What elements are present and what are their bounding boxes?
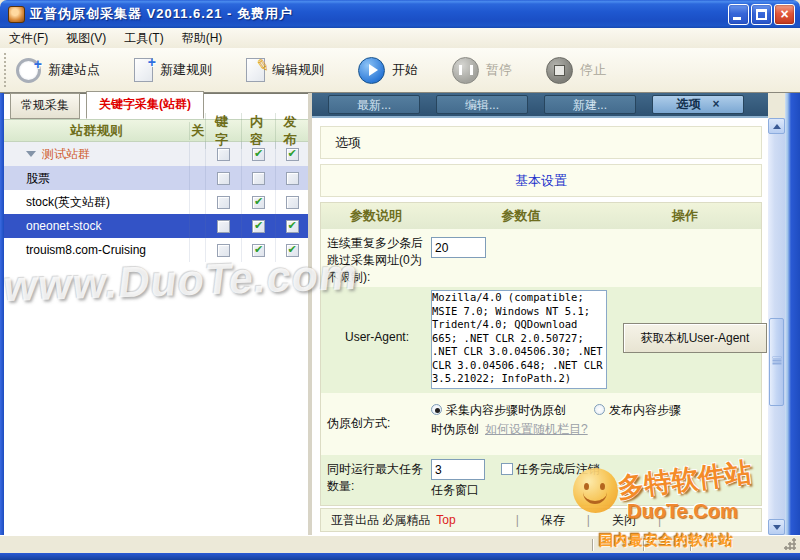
content-checkbox[interactable] bbox=[252, 148, 265, 161]
header-param-desc: 参数说明 bbox=[321, 207, 431, 225]
user-agent-label: User-Agent: bbox=[321, 287, 431, 393]
grid-row-stocks[interactable]: 股票 bbox=[4, 166, 308, 190]
options-content: 选项 基本设置 参数说明 参数值 操作 连续重复多少条后跳过采集网址(0为不限制… bbox=[312, 118, 768, 533]
start-button[interactable]: 开始 bbox=[358, 57, 418, 84]
page-title: 选项 bbox=[320, 126, 762, 159]
vertical-scrollbar[interactable] bbox=[768, 118, 785, 535]
keyword-checkbox[interactable] bbox=[217, 244, 230, 257]
radio-collect-step[interactable] bbox=[431, 404, 442, 415]
tab-edit[interactable]: 编辑... bbox=[436, 95, 528, 114]
edit-rule-icon: ✎ bbox=[246, 58, 265, 82]
close-button[interactable]: × bbox=[774, 4, 795, 25]
grid-header-kw1: 关 bbox=[189, 122, 205, 140]
window-border-bottom bbox=[0, 553, 800, 560]
edit-rule-button[interactable]: ✎ 编辑规则 bbox=[246, 58, 324, 82]
new-site-icon: + bbox=[16, 58, 41, 83]
menu-file[interactable]: 文件(F) bbox=[9, 30, 48, 47]
scroll-up-icon[interactable] bbox=[768, 118, 785, 134]
user-agent-textarea[interactable]: Mozilla/4.0 (compatible; MSIE 7.0; Windo… bbox=[431, 290, 607, 389]
header-operation: 操作 bbox=[611, 207, 759, 225]
content-checkbox[interactable] bbox=[252, 172, 265, 185]
maximize-button[interactable] bbox=[751, 4, 772, 25]
publish-checkbox[interactable] bbox=[286, 244, 299, 257]
row-pseudo-original: 伪原创方式: 采集内容步骤时伪原创发布内容步骤时伪原创如何设置随机栏目? bbox=[321, 393, 761, 455]
parameter-table: 参数说明 参数值 操作 连续重复多少条后跳过采集网址(0为不限制): User-… bbox=[320, 202, 762, 506]
publish-checkbox[interactable] bbox=[286, 172, 299, 185]
grid-header-rules: 站群规则 bbox=[4, 122, 189, 140]
keyword-checkbox[interactable] bbox=[217, 220, 230, 233]
grid-row-oneonet-stock[interactable]: oneonet-stock bbox=[4, 214, 308, 238]
row-name: oneonet-stock bbox=[26, 219, 101, 233]
stop-icon bbox=[546, 57, 573, 84]
max-tasks-input[interactable] bbox=[431, 459, 485, 480]
grid-row-test-group[interactable]: 测试站群 bbox=[4, 142, 308, 166]
tab-latest[interactable]: 最新... bbox=[328, 95, 420, 114]
skip-duplicates-input[interactable] bbox=[431, 237, 486, 258]
tab-options[interactable]: 选项 × bbox=[652, 95, 744, 114]
tab-new[interactable]: 新建... bbox=[544, 95, 636, 114]
stop-button: 停止 bbox=[546, 57, 606, 84]
toolbar-grip[interactable] bbox=[4, 53, 8, 87]
section-basic-settings: 基本设置 bbox=[320, 164, 762, 197]
publish-checkbox[interactable] bbox=[286, 220, 299, 233]
publish-checkbox[interactable] bbox=[286, 148, 299, 161]
toolbar: + 新建站点 + 新建规则 ✎ 编辑规则 开始 暂停 停止 bbox=[0, 48, 800, 93]
row-name: 测试站群 bbox=[42, 146, 90, 163]
window-border-right bbox=[785, 93, 800, 535]
get-user-agent-button[interactable]: 获取本机User-Agent bbox=[623, 323, 767, 353]
grid-row-trouism8[interactable]: trouism8.com-Cruising bbox=[4, 238, 308, 262]
tab-keyword-collect[interactable]: 关键字采集(站群) bbox=[86, 91, 204, 119]
top-link[interactable]: Top bbox=[436, 513, 455, 527]
row-skip-duplicates: 连续重复多少条后跳过采集网址(0为不限制): bbox=[321, 229, 761, 287]
row-name: stock(英文站群) bbox=[26, 194, 110, 211]
content-checkbox[interactable] bbox=[252, 220, 265, 233]
max-tasks-label: 同时运行最大任务数量: bbox=[321, 455, 431, 505]
scroll-down-icon[interactable] bbox=[768, 519, 785, 535]
row-name: trouism8.com-Cruising bbox=[26, 243, 146, 257]
menu-view[interactable]: 视图(V) bbox=[66, 30, 106, 47]
row-max-tasks: 同时运行最大任务数量: 任务完成后注销任务窗口 bbox=[321, 455, 761, 505]
random-column-help-link[interactable]: 如何设置随机栏目? bbox=[485, 422, 588, 436]
close-task-window-checkbox[interactable] bbox=[501, 463, 513, 475]
publish-checkbox[interactable] bbox=[286, 196, 299, 209]
close-options-button[interactable]: 关闭 bbox=[612, 512, 636, 529]
pause-button: 暂停 bbox=[452, 57, 512, 84]
keyword-checkbox[interactable] bbox=[217, 196, 230, 209]
status-bar bbox=[0, 535, 800, 553]
new-rule-button[interactable]: + 新建规则 bbox=[134, 58, 212, 82]
start-icon bbox=[358, 57, 385, 84]
grid-header: 站群规则 关 键 字 内 容 发 布 bbox=[4, 119, 308, 142]
new-rule-icon: + bbox=[134, 58, 153, 82]
basic-settings-link[interactable]: 基本设置 bbox=[515, 173, 567, 188]
skip-duplicates-label: 连续重复多少条后跳过采集网址(0为不限制): bbox=[321, 229, 431, 287]
pause-icon bbox=[452, 57, 479, 84]
parameter-table-header: 参数说明 参数值 操作 bbox=[321, 203, 761, 229]
resize-grip[interactable] bbox=[784, 538, 796, 550]
app-icon bbox=[8, 6, 25, 23]
grid-row-stock-en[interactable]: stock(英文站群) bbox=[4, 190, 308, 214]
scrollbar-thumb[interactable] bbox=[769, 318, 784, 406]
row-user-agent: User-Agent: Mozilla/4.0 (compatible; MSI… bbox=[321, 287, 761, 393]
tab-close-icon[interactable]: × bbox=[712, 95, 719, 114]
new-site-button[interactable]: + 新建站点 bbox=[16, 58, 100, 83]
header-param-value: 参数值 bbox=[431, 207, 611, 225]
radio-collect-step-label: 采集内容步骤时伪原创 bbox=[446, 403, 566, 417]
keyword-checkbox[interactable] bbox=[217, 172, 230, 185]
site-group-grid: 站群规则 关 键 字 内 容 发 布 测试站群 股票 bbox=[4, 119, 308, 262]
keyword-checkbox[interactable] bbox=[217, 148, 230, 161]
content-checkbox[interactable] bbox=[252, 244, 265, 257]
content-checkbox[interactable] bbox=[252, 196, 265, 209]
expand-arrow-icon[interactable] bbox=[26, 151, 36, 157]
menu-help[interactable]: 帮助(H) bbox=[182, 30, 223, 47]
menu-tools[interactable]: 工具(T) bbox=[124, 30, 163, 47]
title-bar: 亚普伪原创采集器 V2011.6.21 - 免费用户 × bbox=[0, 0, 800, 28]
minimize-button[interactable] bbox=[728, 4, 749, 25]
document-tabs: 最新... 编辑... 新建... 选项 × bbox=[312, 93, 768, 118]
window-title: 亚普伪原创采集器 V2011.6.21 - 免费用户 bbox=[30, 5, 728, 23]
radio-publish-step[interactable] bbox=[594, 404, 605, 415]
pseudo-original-options: 采集内容步骤时伪原创发布内容步骤时伪原创如何设置随机栏目? bbox=[431, 393, 689, 455]
tab-normal-collect[interactable]: 常规采集 bbox=[10, 93, 80, 119]
save-button[interactable]: 保存 bbox=[541, 512, 565, 529]
brand-text: 亚普出品 必属精品 bbox=[331, 512, 430, 529]
pseudo-original-label: 伪原创方式: bbox=[321, 393, 431, 455]
